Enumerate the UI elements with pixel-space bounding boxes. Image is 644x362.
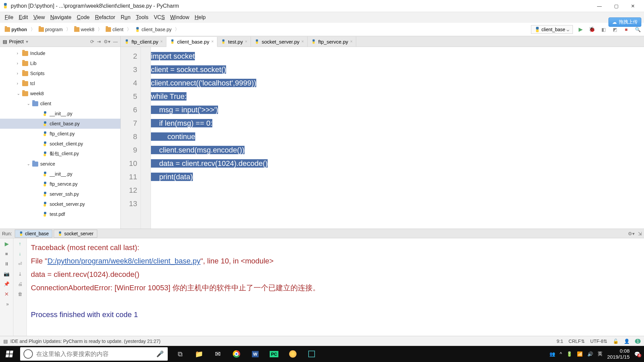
menu-view[interactable]: View <box>31 13 47 22</box>
wifi-icon[interactable]: 📶 <box>577 351 583 357</box>
tree-item[interactable]: ⌄week8 <box>0 88 120 99</box>
menu-refactor[interactable]: Refactor <box>92 13 118 22</box>
app-yellow-icon[interactable] <box>284 346 302 362</box>
tree-item[interactable]: __init__.py <box>0 109 120 119</box>
editor-tab[interactable]: client_base.py× <box>166 37 217 47</box>
file-link[interactable]: D:/python/program/week8/client/client_ba… <box>47 257 200 265</box>
wrap-button[interactable]: ⏎ <box>17 260 23 267</box>
gear-icon[interactable]: ⚙▾ <box>628 231 635 236</box>
code-content[interactable]: import socketclient = socket.socket()cli… <box>151 47 644 229</box>
vmware-icon[interactable] <box>303 346 321 362</box>
menu-file[interactable]: File <box>2 13 16 22</box>
lock-icon[interactable]: 🔓 <box>613 339 619 344</box>
mail-icon[interactable]: ✉ <box>209 346 227 362</box>
update-icon[interactable]: ▤ <box>3 339 8 344</box>
task-view-button[interactable]: ⧉ <box>171 346 189 362</box>
tree-item[interactable]: ftp_client.py <box>0 129 120 139</box>
menu-help[interactable]: Help <box>192 13 208 22</box>
close-tab-icon[interactable]: × <box>350 39 353 44</box>
tray-expand-icon[interactable]: ^ <box>560 351 562 357</box>
breadcrumb-item[interactable]: program <box>37 26 65 33</box>
editor-tab[interactable]: socket_server.py× <box>251 37 308 47</box>
console-output[interactable]: Traceback (most recent call last): File … <box>27 238 644 336</box>
caret-position[interactable]: 9:1 <box>557 339 563 344</box>
battery-icon[interactable]: 🔋 <box>567 351 572 357</box>
word-icon[interactable]: W <box>246 346 264 362</box>
debug-button[interactable]: 🐞 <box>588 26 596 33</box>
breadcrumb-item[interactable]: python <box>3 26 29 33</box>
encoding[interactable]: UTF-8⇅ <box>590 339 608 344</box>
project-tree[interactable]: ›Include›Lib›Scripts›tcl⌄week8⌄client__i… <box>0 47 120 229</box>
print-button[interactable]: 🖨 <box>17 281 23 287</box>
editor-tab[interactable]: ftp_servce.py× <box>308 37 356 47</box>
menu-edit[interactable]: Edit <box>16 13 31 22</box>
more-button[interactable]: » <box>4 301 11 307</box>
coverage-button[interactable]: ◧ <box>600 26 607 33</box>
volume-icon[interactable]: 🔊 <box>587 351 593 357</box>
menu-run[interactable]: Run <box>118 13 133 22</box>
maximize-button[interactable]: ▢ <box>608 1 625 11</box>
tree-item[interactable]: ›Scripts <box>0 68 120 78</box>
run-config-selector[interactable]: client_base ⌵ <box>531 25 573 34</box>
inspector-icon[interactable]: 👤 <box>624 339 630 344</box>
scroll-button[interactable]: ⤓ <box>17 270 23 277</box>
breadcrumb-item[interactable]: client_base.py <box>133 26 174 33</box>
pin-button[interactable]: 📌 <box>3 281 10 287</box>
chrome-icon[interactable] <box>227 346 246 362</box>
tree-item[interactable]: ›tcl <box>0 78 120 88</box>
hide-icon[interactable]: — <box>113 39 118 44</box>
tree-item[interactable]: socket_client.py <box>0 139 120 149</box>
run-tab-client-base[interactable]: client_base <box>15 230 53 238</box>
close-button[interactable]: ✕ <box>3 291 10 297</box>
run-tab-socket-server[interactable]: socket_server <box>54 230 97 238</box>
tree-item[interactable]: client_base.py <box>0 119 120 129</box>
minimize-button[interactable]: — <box>591 1 608 11</box>
tree-item[interactable]: ›Include <box>0 48 120 58</box>
menu-window[interactable]: Window <box>167 13 192 22</box>
code-editor[interactable]: 2345678910111213 import socketclient = s… <box>121 47 644 229</box>
trash-button[interactable]: 🗑 <box>17 291 23 297</box>
notification-badge[interactable]: 1 <box>635 339 641 344</box>
search-input[interactable] <box>36 351 152 358</box>
tree-item[interactable]: test.pdf <box>0 209 120 219</box>
close-button[interactable]: ✕ <box>625 1 641 11</box>
taskbar-search[interactable]: 🎤 <box>20 347 168 361</box>
breadcrumb-item[interactable]: client <box>104 26 125 33</box>
editor-tab[interactable]: test.py× <box>217 37 251 47</box>
close-tab-icon[interactable]: × <box>245 39 247 44</box>
notification-icon[interactable]: 💬4 <box>634 351 640 357</box>
up-button[interactable]: ↑ <box>17 240 23 247</box>
tree-item[interactable]: ›Lib <box>0 58 120 68</box>
people-icon[interactable]: 👥 <box>549 351 555 357</box>
menu-code[interactable]: Code <box>74 13 92 22</box>
minimize-panel-icon[interactable]: ⇲ <box>638 231 642 236</box>
menu-navigate[interactable]: Navigate <box>48 13 74 22</box>
down-button[interactable]: ↓ <box>17 250 23 257</box>
tree-item[interactable]: ftp_servce.py <box>0 179 120 189</box>
pycharm-icon[interactable]: PC <box>265 346 283 362</box>
microphone-icon[interactable]: 🎤 <box>156 350 164 358</box>
close-tab-icon[interactable]: × <box>302 39 304 44</box>
start-button[interactable] <box>0 346 19 362</box>
ime-indicator[interactable]: 英 <box>598 351 602 357</box>
stop-button[interactable]: ■ <box>3 250 10 257</box>
close-tab-icon[interactable]: × <box>160 39 163 44</box>
run-button[interactable]: ▶ <box>577 26 584 33</box>
cloud-upload-widget[interactable]: ☁ 拖拽上传 <box>608 17 641 27</box>
dump-button[interactable]: 📷 <box>3 270 10 277</box>
sync-icon[interactable]: ⟳ <box>90 39 94 44</box>
tree-item[interactable]: ⌄service <box>0 159 120 169</box>
editor-tab[interactable]: ftp_client.py× <box>121 37 166 47</box>
menu-vcs[interactable]: VCS <box>151 13 167 22</box>
tree-item[interactable]: socket_server.py <box>0 199 120 209</box>
tree-item[interactable]: 黏包_client.py <box>0 149 120 159</box>
gear-icon[interactable]: ⚙▾ <box>104 39 110 44</box>
tree-item[interactable]: __init__.py <box>0 169 120 179</box>
chevron-down-icon[interactable]: ▾ <box>26 39 28 44</box>
breadcrumb-item[interactable]: week8 <box>72 26 96 33</box>
tree-item[interactable]: server_ssh.py <box>0 189 120 199</box>
line-separator[interactable]: CRLF⇅ <box>569 339 585 344</box>
pause-button[interactable]: ⏸ <box>3 260 10 267</box>
tree-item[interactable]: ⌄client <box>0 99 120 109</box>
collapse-icon[interactable]: ⇥ <box>97 39 101 44</box>
